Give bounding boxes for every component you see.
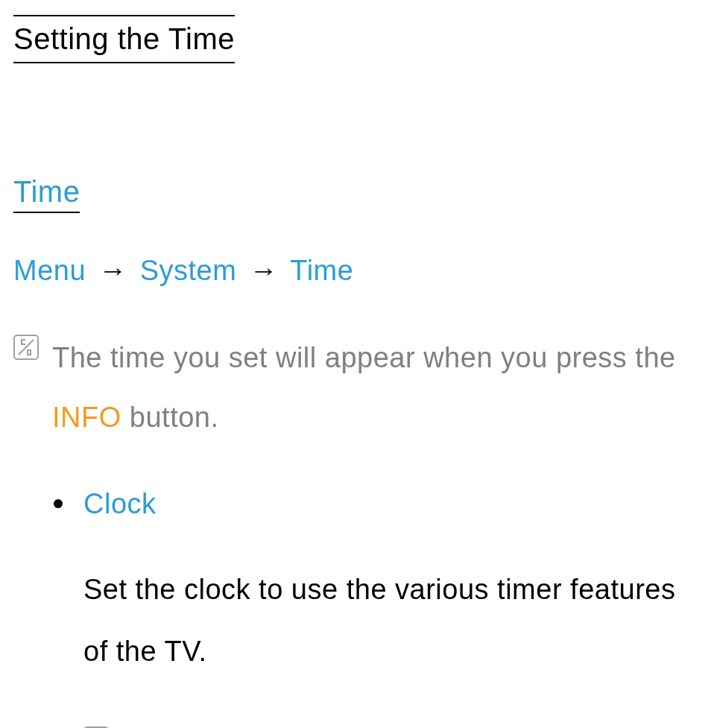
bullet-title: Clock [83,488,157,520]
breadcrumb-menu: Menu [13,255,86,286]
note-info-text: The time you set will appear when you pr… [52,329,698,448]
bullet-clock: Clock Set the clock to use the various t… [54,488,698,728]
note-info: The time you set will appear when you pr… [13,329,698,448]
note-text-before: The time you set will appear when you pr… [52,342,676,373]
note-icon [13,335,39,360]
note-text-after: button. [121,402,219,433]
breadcrumb-system: System [140,255,237,286]
info-highlight: INFO [52,402,121,433]
bullet-icon [54,499,63,508]
arrow-icon: → [98,255,127,286]
breadcrumb: Menu → System → Time [13,255,698,287]
arrow-icon: → [249,255,278,286]
note-power-cord: If you disconnect the power cord, you ha… [83,721,698,728]
page-title: Setting the Time [13,15,235,63]
bullet-body: Set the clock to use the various timer f… [83,559,698,683]
breadcrumb-time: Time [290,255,353,286]
note-power-cord-text: If you disconnect the power cord, you ha… [122,721,698,728]
section-title: Time [13,175,80,213]
